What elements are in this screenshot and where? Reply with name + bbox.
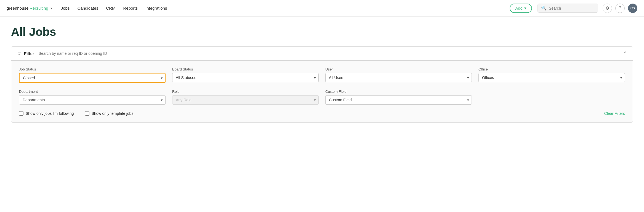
board-status-label: Board Status xyxy=(172,67,319,71)
filter-icon xyxy=(17,51,22,56)
logo-recruiting: Recruiting xyxy=(30,6,48,10)
settings-button[interactable]: ⚙ xyxy=(603,4,612,13)
page-title: All Jobs xyxy=(11,25,633,39)
filter-group-job-status: Job Status Open Closed Draft Pending App… xyxy=(19,67,166,83)
nav-crm[interactable]: CRM xyxy=(106,6,115,10)
search-area: 🔍 xyxy=(537,4,598,13)
office-wrapper: Offices xyxy=(478,73,625,82)
filter-collapse-button[interactable]: ⌃ xyxy=(623,50,627,56)
user-wrapper: All Users xyxy=(325,73,472,82)
role-select[interactable]: Any Role xyxy=(172,95,319,105)
checkbox-following[interactable]: Show only jobs I'm following xyxy=(19,111,74,116)
help-button[interactable]: ? xyxy=(615,4,625,13)
user-label: User xyxy=(325,67,472,71)
filter-label: Filter xyxy=(24,51,34,56)
job-status-wrapper: Open Closed Draft Pending Approval xyxy=(19,73,166,83)
user-select[interactable]: All Users xyxy=(325,73,472,82)
clear-filters-link[interactable]: Clear Filters xyxy=(604,111,625,116)
filter-group-board-status: Board Status All Statuses Published Unpu… xyxy=(172,67,319,83)
nav-links: Jobs Candidates CRM Reports Integrations xyxy=(61,6,167,10)
filter-bottom-row: Show only jobs I'm following Show only t… xyxy=(19,111,625,116)
filter-row-1: Job Status Open Closed Draft Pending App… xyxy=(19,67,625,83)
filter-row-2: Department Departments Role Any Role xyxy=(19,89,625,105)
department-label: Department xyxy=(19,89,166,94)
custom-field-label: Custom Field xyxy=(325,89,472,94)
filter-search-input[interactable] xyxy=(36,51,621,56)
filter-panel: Filter ⌃ Job Status Open Closed Draft xyxy=(11,46,633,123)
filter-header: Filter ⌃ xyxy=(11,47,633,61)
search-icon: 🔍 xyxy=(541,6,547,11)
filter-group-department: Department Departments xyxy=(19,89,166,105)
search-input[interactable] xyxy=(549,6,595,10)
role-wrapper: Any Role xyxy=(172,95,319,105)
role-label: Role xyxy=(172,89,319,94)
office-label: Office xyxy=(478,67,625,71)
board-status-select[interactable]: All Statuses Published Unpublished xyxy=(172,73,319,82)
filter-body: Job Status Open Closed Draft Pending App… xyxy=(11,61,633,122)
checkbox-template-input[interactable] xyxy=(85,111,89,116)
add-button[interactable]: Add ▾ xyxy=(510,4,532,13)
nav-icon-group: ⚙ ? CS xyxy=(603,4,637,13)
custom-field-select[interactable]: Custom Field xyxy=(325,95,472,105)
avatar-label: CS xyxy=(630,6,635,10)
chevron-up-icon: ⌃ xyxy=(623,50,627,56)
custom-field-wrapper: Custom Field xyxy=(325,95,472,105)
office-select[interactable]: Offices xyxy=(478,73,625,82)
filter-group-custom-field: Custom Field Custom Field xyxy=(325,89,472,105)
add-button-label: Add xyxy=(515,6,523,10)
logo-greenhouse: greenhouse xyxy=(7,6,28,10)
add-chevron-icon: ▾ xyxy=(524,6,526,11)
filter-empty-slot xyxy=(478,89,625,105)
navbar: greenhouse Recruiting ▾ Jobs Candidates … xyxy=(0,0,644,17)
job-status-label: Job Status xyxy=(19,67,166,71)
job-status-select[interactable]: Open Closed Draft Pending Approval xyxy=(19,73,166,83)
department-select[interactable]: Departments xyxy=(19,95,166,105)
nav-reports[interactable]: Reports xyxy=(123,6,138,10)
avatar[interactable]: CS xyxy=(628,4,637,13)
nav-jobs[interactable]: Jobs xyxy=(61,6,70,10)
filter-group-office: Office Offices xyxy=(478,67,625,83)
checkbox-following-label: Show only jobs I'm following xyxy=(26,111,74,116)
checkbox-template[interactable]: Show only template jobs xyxy=(85,111,134,116)
department-wrapper: Departments xyxy=(19,95,166,105)
board-status-wrapper: All Statuses Published Unpublished xyxy=(172,73,319,82)
logo-chevron-icon: ▾ xyxy=(50,6,52,10)
filter-group-role: Role Any Role xyxy=(172,89,319,105)
nav-integrations[interactable]: Integrations xyxy=(145,6,167,10)
help-icon: ? xyxy=(619,6,621,11)
filter-group-user: User All Users xyxy=(325,67,472,83)
nav-candidates[interactable]: Candidates xyxy=(77,6,98,10)
logo[interactable]: greenhouse Recruiting ▾ xyxy=(7,6,52,10)
checkbox-following-input[interactable] xyxy=(19,111,23,116)
page-content: All Jobs Filter ⌃ Job Status xyxy=(0,17,644,131)
gear-icon: ⚙ xyxy=(605,6,609,11)
checkbox-template-label: Show only template jobs xyxy=(92,111,134,116)
